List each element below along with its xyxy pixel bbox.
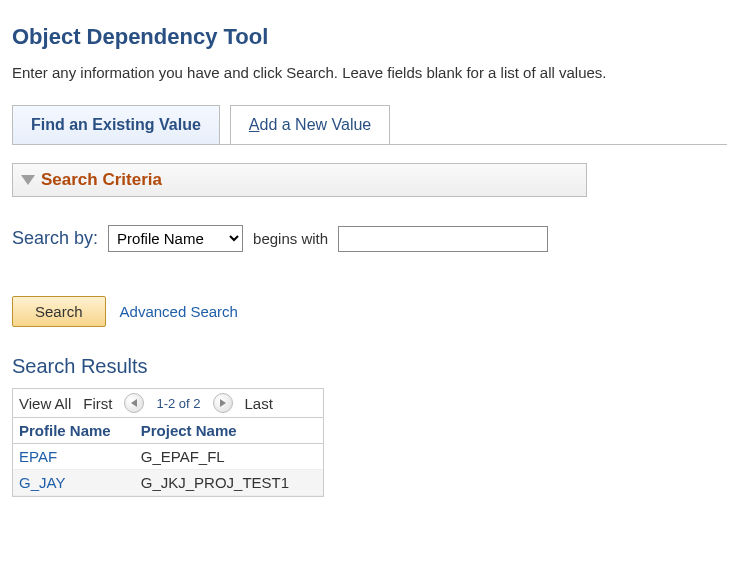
tab-find-existing[interactable]: Find an Existing Value	[12, 105, 220, 145]
first-label: First	[83, 395, 112, 412]
table-row: EPAF G_EPAF_FL	[13, 444, 323, 470]
profile-link[interactable]: EPAF	[19, 448, 57, 465]
search-field-select[interactable]: Profile Name	[108, 225, 243, 252]
action-row: Search Advanced Search	[12, 296, 727, 327]
tab-strip: Find an Existing Value Add a New Value	[12, 105, 727, 145]
results-nav: View All First 1-2 of 2 Last	[13, 389, 323, 417]
advanced-search-link[interactable]: Advanced Search	[120, 303, 238, 320]
results-count: 1-2 of 2	[156, 396, 200, 411]
search-operator-text: begins with	[253, 230, 328, 247]
search-button[interactable]: Search	[12, 296, 106, 327]
profile-link[interactable]: G_JAY	[19, 474, 65, 491]
col-header-project[interactable]: Project Name	[135, 418, 323, 444]
search-row: Search by: Profile Name begins with	[12, 225, 727, 252]
project-cell: G_JKJ_PROJ_TEST1	[135, 470, 323, 496]
tab-add-new-hotkey: A	[249, 116, 260, 133]
last-label: Last	[245, 395, 273, 412]
next-page-button[interactable]	[213, 393, 233, 413]
chevron-right-icon	[220, 399, 226, 407]
results-table: Profile Name Project Name EPAF G_EPAF_FL…	[13, 417, 323, 496]
chevron-left-icon	[131, 399, 137, 407]
tab-add-new[interactable]: Add a New Value	[230, 105, 390, 145]
search-results-title: Search Results	[12, 355, 727, 378]
search-criteria-header[interactable]: Search Criteria	[12, 163, 587, 197]
disclosure-triangle-icon	[21, 175, 35, 185]
results-grid: View All First 1-2 of 2 Last Profile Nam…	[12, 388, 324, 497]
col-header-profile[interactable]: Profile Name	[13, 418, 135, 444]
tab-add-new-rest: dd a New Value	[259, 116, 371, 133]
instructions-text: Enter any information you have and click…	[12, 64, 727, 81]
search-by-label: Search by:	[12, 228, 98, 249]
page-title: Object Dependency Tool	[12, 24, 727, 50]
table-row: G_JAY G_JKJ_PROJ_TEST1	[13, 470, 323, 496]
view-all-link[interactable]: View All	[19, 395, 71, 412]
search-value-input[interactable]	[338, 226, 548, 252]
prev-page-button[interactable]	[124, 393, 144, 413]
project-cell: G_EPAF_FL	[135, 444, 323, 470]
search-criteria-label: Search Criteria	[41, 170, 162, 190]
